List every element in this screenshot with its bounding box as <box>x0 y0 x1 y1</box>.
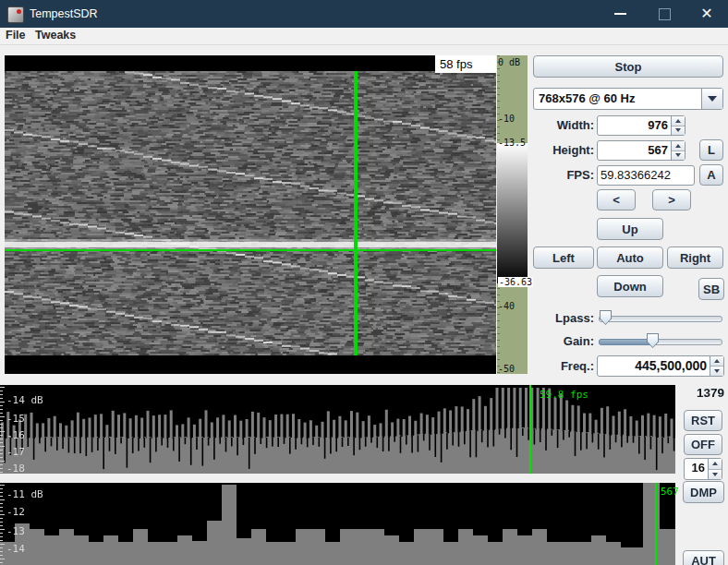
height-marker-label: 567 <box>661 486 679 498</box>
width-spinner[interactable] <box>671 116 685 135</box>
fps-marker-label: 59.8 fps <box>540 389 588 401</box>
avg-value: 16 <box>685 459 708 479</box>
spin-up-icon <box>675 144 681 148</box>
lpass-track <box>599 316 722 322</box>
lpass-thumb[interactable] <box>600 310 612 325</box>
frame-counter: 1379 <box>674 386 724 400</box>
db-scale: 0 dB -10 -13.5 -36.63 -40 -50 <box>497 55 528 374</box>
spin-up-icon <box>712 462 718 465</box>
left-button[interactable]: Left <box>533 246 594 269</box>
resolution-select[interactable]: 768x576 @ 60 Hz <box>533 88 723 110</box>
scale-tick: -36.63 <box>498 277 533 287</box>
gain-fill <box>599 339 654 345</box>
menubar: File Tweaks <box>0 28 728 45</box>
app-icon <box>7 6 24 23</box>
width-value: 976 <box>598 116 671 135</box>
gain-label: Gain: <box>511 334 594 348</box>
axis-tick: -11 dB <box>6 488 43 500</box>
axis-tick: -17 <box>6 446 25 458</box>
window-title: TempestSDR <box>30 0 98 28</box>
close-button[interactable]: ✕ <box>686 0 728 28</box>
spin-down-icon <box>714 369 720 373</box>
avg-field[interactable]: 16 <box>684 458 722 480</box>
width-field[interactable]: 976 <box>597 115 686 136</box>
fps-decrease-button[interactable]: < <box>597 189 636 210</box>
spin-down-icon <box>712 473 718 476</box>
fps-increase-button[interactable]: > <box>652 189 691 210</box>
height-spectrum-plot[interactable]: -11 dB -12 -13 -14 567 <box>0 483 675 565</box>
axis-tick: -13 <box>6 525 25 537</box>
height-spectrum-canvas[interactable] <box>0 483 675 565</box>
spin-up-icon <box>714 359 720 363</box>
minimize-icon <box>614 13 626 15</box>
minimize-button[interactable] <box>599 0 641 28</box>
lpass-slider[interactable] <box>599 308 722 327</box>
video-canvas[interactable] <box>5 55 496 374</box>
fps-label: FPS: <box>511 168 594 182</box>
close-icon: ✕ <box>700 6 712 21</box>
axis-tick: -18 <box>6 463 25 475</box>
axis-tick: -16 <box>6 429 25 441</box>
scale-tick: 0 dB <box>498 57 520 67</box>
axis-tick: -12 <box>6 506 25 518</box>
down-button[interactable]: Down <box>597 275 663 297</box>
titlebar: TempestSDR ✕ <box>0 0 728 28</box>
axis-tick: -15 <box>6 413 25 425</box>
right-button[interactable]: Right <box>667 246 723 269</box>
gain-slider[interactable] <box>599 331 722 350</box>
freq-spinner[interactable] <box>710 356 723 376</box>
fps-field[interactable]: 59.83366242 <box>597 165 695 186</box>
freq-value: 445,500,000 <box>598 356 710 376</box>
width-label: Width: <box>511 118 594 132</box>
axis-tick: -14 <box>6 543 25 555</box>
axis-tick: -14 dB <box>6 394 43 406</box>
db-gradient <box>497 143 528 283</box>
height-value: 567 <box>598 141 671 160</box>
fps-value: 59.83366242 <box>598 166 694 185</box>
auto-button[interactable]: Auto <box>597 246 663 269</box>
aut-button[interactable]: AUT <box>683 550 724 565</box>
menu-file[interactable]: File <box>2 28 30 44</box>
lock-height-button[interactable]: L <box>699 139 723 161</box>
stop-button[interactable]: Stop <box>533 55 723 78</box>
menu-tweaks[interactable]: Tweaks <box>31 28 79 44</box>
sb-button[interactable]: SB <box>698 278 724 300</box>
off-button[interactable]: OFF <box>684 434 722 455</box>
spin-up-icon <box>675 119 681 123</box>
spin-down-icon <box>675 153 681 157</box>
resolution-value: 768x576 @ 60 Hz <box>534 89 701 109</box>
fps-spectrum-plot[interactable]: -14 dB -15 -16 -17 -18 59.8 fps <box>0 385 675 474</box>
scale-tick: -40 <box>498 301 515 311</box>
up-button[interactable]: Up <box>597 218 663 240</box>
height-label: Height: <box>511 143 594 157</box>
maximize-button[interactable] <box>643 0 686 28</box>
avg-spinner[interactable] <box>708 459 722 479</box>
video-display[interactable]: 58 fps <box>5 55 496 374</box>
height-field[interactable]: 567 <box>597 140 686 161</box>
app-window: TempestSDR ✕ File Tweaks 58 fps 0 dB -10… <box>0 0 728 565</box>
auto-fps-button[interactable]: A <box>699 164 723 186</box>
freq-label: Freq.: <box>511 359 594 373</box>
spin-down-icon <box>675 128 681 132</box>
height-spinner[interactable] <box>671 141 685 160</box>
lpass-label: Lpass: <box>511 311 594 325</box>
fps-overlay: 58 fps <box>435 55 496 73</box>
combo-arrow-icon[interactable] <box>701 89 722 109</box>
dmp-button[interactable]: DMP <box>683 481 724 503</box>
gain-thumb[interactable] <box>647 333 659 348</box>
rst-button[interactable]: RST <box>684 410 722 431</box>
freq-field[interactable]: 445,500,000 <box>597 355 724 377</box>
maximize-icon <box>659 8 671 20</box>
